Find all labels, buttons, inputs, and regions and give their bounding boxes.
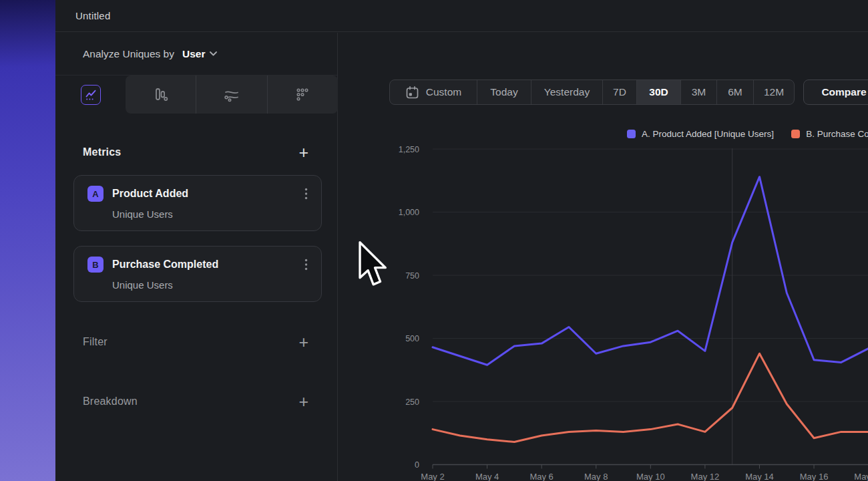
y-axis-label: 1,250 — [399, 145, 419, 154]
trend-chart[interactable]: 02505007501,0001,250May 2May 4May 6May 8… — [338, 33, 868, 481]
x-axis-label: May 8 — [584, 472, 608, 481]
y-axis-label: 1,000 — [399, 208, 419, 217]
x-axis-label: May 16 — [800, 472, 829, 481]
series-line-a — [433, 177, 868, 365]
x-axis-label: May 12 — [691, 472, 720, 481]
x-axis-label: May 14 — [745, 472, 774, 481]
y-axis-label: 0 — [415, 460, 419, 470]
y-axis-label: 500 — [405, 334, 419, 343]
x-axis-label: May 4 — [475, 472, 499, 481]
trend-chart-canvas: 02505007501,0001,250May 2May 4May 6May 8… — [0, 0, 868, 481]
y-axis-label: 750 — [405, 271, 419, 281]
x-axis-label: May 6 — [529, 472, 553, 481]
insights-app-window: Untitled Analyze Uniques by User — [0, 0, 868, 481]
x-axis-label: May 2 — [421, 472, 444, 481]
y-axis-label: 250 — [405, 397, 419, 407]
x-axis-label: May 10 — [636, 472, 665, 481]
x-axis-label: May 18 — [854, 472, 868, 481]
series-line-b — [433, 353, 868, 442]
